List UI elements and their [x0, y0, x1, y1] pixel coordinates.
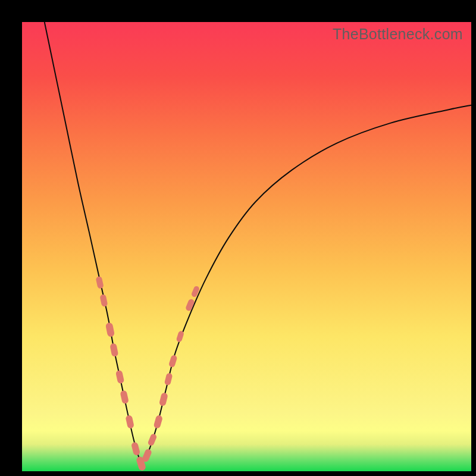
data-marker	[153, 415, 163, 429]
data-marker	[159, 392, 168, 406]
data-marker	[147, 433, 157, 447]
data-marker	[115, 369, 124, 384]
markers	[95, 276, 200, 471]
watermark-text: TheBottleneck.com	[333, 26, 463, 43]
data-marker	[105, 322, 115, 337]
data-marker	[125, 415, 134, 429]
data-marker	[109, 343, 118, 357]
data-marker	[164, 372, 173, 386]
curve-layer	[22, 22, 471, 471]
data-marker	[191, 286, 201, 298]
data-marker	[168, 355, 178, 368]
plot-area: TheBottleneck.com	[22, 22, 471, 471]
chart-frame: TheBottleneck.com	[0, 0, 476, 476]
data-marker	[131, 441, 140, 456]
data-marker	[95, 276, 104, 289]
data-marker	[120, 390, 129, 404]
curve-right-branch	[141, 105, 471, 465]
data-marker	[99, 294, 108, 307]
data-marker	[176, 330, 185, 343]
